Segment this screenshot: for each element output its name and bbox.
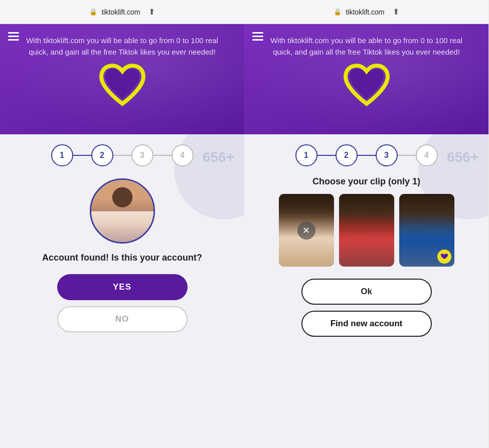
clip-3-badge	[437, 250, 451, 264]
left-step-4: 4	[172, 144, 194, 166]
left-content-area: 656+ 1 2 3 4 Account found! Is this your…	[0, 134, 244, 448]
right-step-2: 2	[336, 144, 358, 166]
left-banner-text: With tiktoklift.com you will be able to …	[10, 31, 234, 58]
right-step-line-3	[398, 155, 416, 156]
right-lock-icon: 🔒	[334, 8, 342, 16]
left-profile-picture	[90, 178, 155, 244]
right-phone-panel: 🔒 tiktoklift.com ⬆ With tiktoklift.com y…	[244, 0, 488, 448]
left-step-line-3	[153, 155, 172, 156]
left-share-icon[interactable]: ⬆	[148, 7, 155, 17]
left-step-3: 3	[131, 144, 153, 166]
right-heart-logo	[254, 63, 478, 108]
right-step-3: 3	[376, 144, 398, 166]
left-step-1: 1	[51, 144, 73, 166]
right-steps: 1 2 3 4	[295, 144, 438, 166]
clip-1-x-overlay: ✕	[297, 221, 315, 240]
left-step-line-1	[73, 155, 91, 156]
right-step-line-1	[317, 155, 336, 156]
right-step-4: 4	[416, 144, 438, 166]
left-url-text: tiktoklift.com	[101, 8, 140, 16]
left-step-line-2	[113, 155, 131, 156]
find-new-account-button[interactable]: Find new account	[301, 311, 432, 337]
left-steps: 1 2 3 4	[51, 144, 194, 166]
yes-button[interactable]: YES	[57, 274, 188, 300]
ok-button[interactable]: Ok	[301, 279, 432, 305]
right-share-icon[interactable]: ⬆	[393, 7, 399, 17]
left-step-2: 2	[91, 144, 113, 166]
left-lock-icon: 🔒	[89, 8, 97, 16]
right-banner: With tiktoklift.com you will be able to …	[244, 24, 488, 134]
clip-item-3[interactable]	[399, 194, 454, 267]
left-account-found-text: Account found! Is this your account?	[42, 252, 202, 264]
right-step-line-2	[358, 155, 376, 156]
left-phone-panel: 🔒 tiktoklift.com ⬆ With tiktoklift.com y…	[0, 0, 244, 448]
choose-clip-title: Choose your clip (only 1)	[312, 176, 420, 187]
right-banner-text: With tiktoklift.com you will be able to …	[254, 31, 478, 58]
right-number-watermark: 656+	[447, 149, 478, 165]
clip-item-2[interactable]	[339, 194, 394, 267]
clip-item-1[interactable]: ✕	[279, 194, 334, 267]
no-button[interactable]: NO	[57, 306, 188, 332]
right-content-area: 656+ 1 2 3 4 Choose your clip (only 1) ✕	[244, 134, 488, 448]
right-step-1: 1	[295, 144, 317, 166]
left-heart-logo	[10, 63, 234, 108]
right-url-text: tiktoklift.com	[346, 8, 384, 16]
left-banner: With tiktoklift.com you will be able to …	[0, 24, 244, 134]
clip-grid: ✕	[279, 194, 454, 267]
left-number-watermark: 656+	[203, 149, 234, 165]
left-browser-bar: 🔒 tiktoklift.com ⬆	[0, 0, 244, 24]
right-browser-bar: 🔒 tiktoklift.com ⬆	[244, 0, 488, 24]
